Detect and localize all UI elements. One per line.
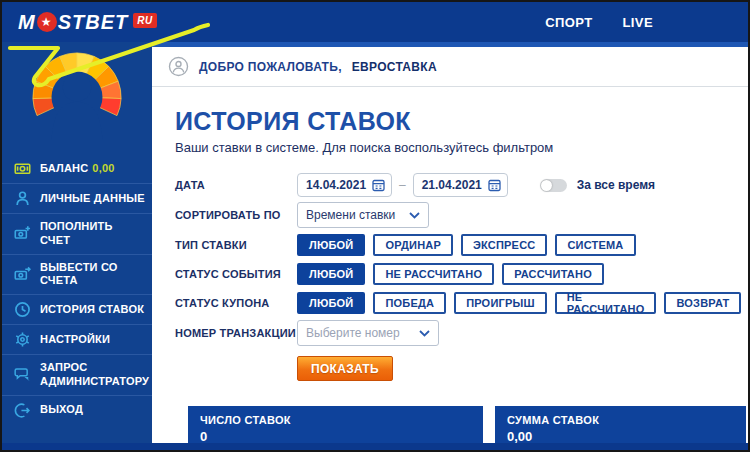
chevron-down-icon [409, 212, 420, 219]
page-subtitle: Ваши ставки в системе. Для поиска воспол… [175, 140, 748, 155]
balance-value: 0,00 [92, 162, 114, 174]
sidebar-item-deposit[interactable]: ПОПОЛНИТЬ СЧЕТ [2, 214, 152, 255]
sidebar-item-settings[interactable]: НАСТРОЙКИ [2, 325, 152, 355]
date-from-input[interactable]: 14.04.2021 [297, 173, 392, 197]
filter-row-date: ДАТА 14.04.2021 – 21.04.2021 [175, 173, 748, 197]
sidebar-item-label: ПОПОЛНИТЬ СЧЕТ [40, 220, 146, 248]
toggle-knob [541, 180, 552, 191]
nav-sport[interactable]: СПОРТ [545, 15, 592, 30]
date-range-separator: – [399, 178, 406, 192]
nav-live[interactable]: LIVE [623, 15, 654, 30]
mostbet-logo[interactable]: M★STBET RU [18, 11, 157, 34]
sidebar-item-label: ЗАПРОС АДМИНИСТРАТОРУ [40, 361, 149, 389]
all-time-toggle-wrap: За все время [540, 178, 655, 192]
event-status-any-button[interactable]: ЛЮБОЙ [297, 263, 365, 285]
sidebar-item-balance[interactable]: БАЛАНС0,00 [2, 154, 152, 184]
logo-letters-stbet: STBET [58, 11, 129, 34]
event-status-label: СТАТУС СОБЫТИЯ [175, 268, 297, 280]
page-title: ИСТОРИЯ СТАВОК [175, 107, 748, 136]
welcome-username: ЕВРОСТАВКА [352, 60, 437, 74]
sort-selected-value: Времени ставки [306, 208, 395, 222]
logo-text: M★STBET [18, 11, 128, 34]
sidebar-item-withdraw[interactable]: ВЫВЕСТИ СО СЧЕТА [2, 255, 152, 296]
withdraw-icon [14, 266, 31, 283]
filter-row-coupon-status: СТАТУС КУПОНА ЛЮБОЙ ПОБЕДА ПРОИГРЫШ НЕ Р… [175, 291, 748, 315]
sort-label: СОРТИРОВАТЬ ПО [175, 209, 297, 221]
filter-row-bet-type: ТИП СТАВКИ ЛЮБОЙ ОРДИНАР ЭКСПРЕСС СИСТЕМ… [175, 233, 748, 257]
sidebar-menu: БАЛАНС0,00 ЛИЧНЫЕ ДАННЫЕ [2, 154, 152, 425]
bet-type-label: ТИП СТАВКИ [175, 239, 297, 251]
date-label: ДАТА [175, 179, 297, 191]
sidebar: БАЛАНС0,00 ЛИЧНЫЕ ДАННЫЕ [2, 42, 152, 450]
chevron-down-icon [419, 330, 430, 337]
logout-icon [14, 402, 31, 419]
filter-row-sort: СОРТИРОВАТЬ ПО Времени ставки [175, 202, 748, 228]
bet-type-express-button[interactable]: ЭКСПРЕСС [461, 234, 547, 256]
sidebar-item-label: НАСТРОЙКИ [40, 333, 110, 347]
sidebar-item-label: ЛИЧНЫЕ ДАННЫЕ [40, 192, 145, 206]
calendar-icon [488, 179, 501, 192]
all-time-label: За все время [577, 178, 655, 192]
bet-type-any-button[interactable]: ЛЮБОЙ [297, 234, 365, 256]
welcome-greeting: ДОБРО ПОЖАЛОВАТЬ, [199, 60, 342, 74]
sidebar-item-label: БАЛАНС0,00 [40, 162, 115, 176]
welcome-bar: ДОБРО ПОЖАЛОВАТЬ, ЕВРОСТАВКА [152, 47, 748, 87]
coupon-status-any-button[interactable]: ЛЮБОЙ [297, 292, 365, 314]
filter-row-event-status: СТАТУС СОБЫТИЯ ЛЮБОЙ НЕ РАССЧИТАНО РАССЧ… [175, 262, 748, 286]
coupon-status-unsettled-button[interactable]: НЕ РАССЧИТАНО [555, 292, 657, 314]
sidebar-item-personal-data[interactable]: ЛИЧНЫЕ ДАННЫЕ [2, 184, 152, 214]
main-content: ДОБРО ПОЖАЛОВАТЬ, ЕВРОСТАВКА ИСТОРИЯ СТА… [152, 42, 748, 450]
avatar-mosaic-icon [28, 48, 126, 146]
bet-type-system-button[interactable]: СИСТЕМА [555, 234, 635, 256]
date-to-value: 21.04.2021 [422, 178, 482, 192]
date-from-value: 14.04.2021 [306, 178, 366, 192]
bet-history-section: ИСТОРИЯ СТАВОК Ваши ставки в системе. Дл… [152, 87, 748, 449]
sidebar-item-bet-history[interactable]: ИСТОРИЯ СТАВОК [2, 295, 152, 325]
user-circle-icon [168, 56, 189, 77]
sidebar-item-admin-request[interactable]: ЗАПРОС АДМИНИСТРАТОРУ [2, 355, 152, 396]
top-navigation: СПОРТ LIVE [545, 15, 653, 30]
date-to-input[interactable]: 21.04.2021 [413, 173, 508, 197]
sidebar-item-logout[interactable]: ВЫХОД [2, 396, 152, 425]
sort-select[interactable]: Времени ставки [297, 202, 429, 228]
transaction-placeholder: Выберите номер [306, 326, 400, 340]
star-icon: ★ [37, 12, 57, 32]
person-icon [14, 190, 31, 207]
bets-sum-value: 0,00 [507, 429, 734, 444]
event-status-settled-button[interactable]: РАССЧИТАНО [502, 263, 604, 285]
sidebar-item-label: ИСТОРИЯ СТАВОК [40, 303, 144, 317]
logo-ru-badge: RU [133, 13, 156, 28]
sidebar-item-label: ВЫВЕСТИ СО СЧЕТА [40, 261, 146, 289]
bets-count-value: 0 [200, 429, 471, 444]
gear-icon [14, 331, 31, 348]
deposit-icon [14, 225, 31, 242]
bets-sum-label: СУММА СТАВОК [507, 414, 734, 426]
coupon-status-return-button[interactable]: ВОЗВРАТ [664, 292, 741, 314]
transaction-select[interactable]: Выберите номер [297, 320, 439, 346]
logo-letter-m: M [18, 11, 36, 34]
coupon-status-win-button[interactable]: ПОБЕДА [373, 292, 446, 314]
chat-icon [14, 366, 31, 383]
bet-type-single-button[interactable]: ОРДИНАР [373, 234, 453, 256]
sidebar-item-label: ВЫХОД [40, 403, 83, 417]
banknote-icon [14, 160, 31, 177]
coupon-status-label: СТАТУС КУПОНА [175, 297, 297, 309]
bottom-accent-strip [2, 443, 748, 450]
mostbet-account-page: M★STBET RU СПОРТ LIVE [0, 0, 750, 452]
all-time-toggle[interactable] [540, 179, 567, 192]
filter-row-submit: ПОКАЗАТЬ [175, 351, 748, 381]
calendar-icon [372, 179, 385, 192]
top-bar: M★STBET RU СПОРТ LIVE [2, 2, 748, 42]
bets-count-label: ЧИСЛО СТАВОК [200, 414, 471, 426]
transaction-label: НОМЕР ТРАНЗАКЦИИ [175, 327, 297, 339]
coupon-status-loss-button[interactable]: ПРОИГРЫШ [454, 292, 547, 314]
show-button[interactable]: ПОКАЗАТЬ [297, 356, 393, 381]
event-status-unsettled-button[interactable]: НЕ РАССЧИТАНО [373, 263, 494, 285]
avatar [2, 42, 152, 152]
clock-icon [14, 301, 31, 318]
filter-row-transaction: НОМЕР ТРАНЗАКЦИИ Выберите номер [175, 320, 748, 346]
